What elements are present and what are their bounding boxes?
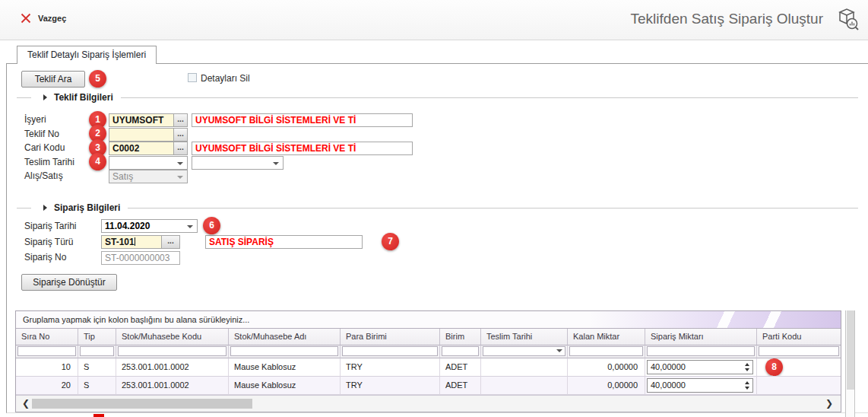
grid-group-panel[interactable]: Gruplama yapmak için kolon başlığını bu …: [16, 311, 841, 329]
alis-satis-combo: Satış: [109, 170, 188, 183]
column-header-stok-kodu[interactable]: Stok/Muhasebe Kodu: [116, 329, 229, 345]
cell-siparis-miktari: 40,00000: [645, 358, 757, 377]
teklif-ara-button[interactable]: Teklif Ara: [21, 71, 85, 88]
grid-row-2[interactable]: 20 S 253.001.001.0002 Mause Kablosuz TRY…: [16, 377, 841, 395]
annotation-badge-8: 8: [765, 358, 783, 376]
column-header-teslim-tarihi[interactable]: Teslim Tarihi: [481, 329, 568, 345]
cari-kodu-lookup-button[interactable]: ...: [173, 142, 188, 155]
dropdown-arrow-icon: [273, 162, 279, 165]
scroll-left-icon[interactable]: ❮: [22, 398, 30, 409]
filter-input-para-birimi[interactable]: [342, 346, 438, 356]
teslim-tarihi-combo-2[interactable]: [192, 156, 284, 170]
siparis-tarihi-combo[interactable]: 11.04.2020: [101, 219, 198, 233]
cell-kalan-miktar: 0,00000: [568, 358, 645, 377]
filter-combo-teslim-tarihi[interactable]: [483, 346, 565, 356]
cell-stok-adi: Mause Kablosuz: [229, 377, 341, 395]
cell-sira-no: 20: [16, 377, 78, 395]
siparis-turu-input[interactable]: ST-101 ...: [101, 235, 180, 249]
annotation-badge-5: 5: [89, 70, 106, 88]
app-window: Vazgeç Teklifden Satış Sipariş Oluştur T…: [0, 0, 868, 417]
filter-input-parti-kodu[interactable]: [759, 346, 839, 356]
siparis-no-label: Sipariş No: [24, 252, 66, 263]
annotation-badge-6: 6: [203, 217, 220, 234]
dropdown-arrow-icon: [556, 349, 562, 352]
teklif-no-input[interactable]: ...: [109, 128, 188, 142]
column-header-tip[interactable]: Tip: [78, 329, 116, 345]
siparis-miktari-spinner[interactable]: 40,00000: [647, 360, 753, 374]
scroll-right-icon[interactable]: ❯: [825, 398, 833, 409]
section-title: Sipariş Bilgileri: [54, 202, 120, 213]
group-panel-decoration: [590, 311, 841, 329]
cell-siparis-miktari: 40,00000: [645, 377, 757, 395]
filter-input-birim[interactable]: [442, 346, 479, 356]
isyeri-lookup-button[interactable]: ...: [173, 113, 188, 127]
alis-satis-label: Alış/Satış: [24, 170, 63, 181]
horizontal-scrollbar[interactable]: ❮ ❯: [16, 395, 841, 412]
filter-input-sira-no[interactable]: [17, 346, 76, 356]
filter-input-tip[interactable]: [80, 346, 114, 356]
cell-birim: ADET: [440, 377, 481, 395]
tab-teklif-detayli-siparis[interactable]: Teklif Detaylı Sipariş İşlemleri: [17, 46, 157, 64]
siparis-tarihi-label: Sipariş Tarihi: [24, 221, 76, 231]
cancel-button[interactable]: Vazgeç: [20, 12, 66, 24]
column-header-kalan-miktar[interactable]: Kalan Miktar: [568, 329, 645, 345]
cancel-label: Vazgeç: [38, 14, 66, 23]
cari-kodu-label: Cari Kodu: [24, 142, 65, 153]
column-header-parti-kodu[interactable]: Parti Kodu: [757, 329, 841, 345]
dropdown-arrow-icon: [187, 225, 193, 228]
column-header-para-birimi[interactable]: Para Birimi: [341, 329, 440, 345]
cari-kodu-input[interactable]: C0002 ...: [109, 142, 188, 155]
cell-parti-kodu: 8: [757, 358, 841, 377]
cell-teslim-tarihi: [481, 377, 568, 395]
isyeri-label: İşyeri: [24, 114, 46, 125]
cell-teslim-tarihi: [481, 358, 568, 377]
section-title: Teklif Bilgileri: [54, 92, 113, 103]
collapse-arrow-icon[interactable]: [43, 94, 47, 100]
filter-input-stok-kodu[interactable]: [118, 346, 227, 356]
dropdown-arrow-icon: [177, 176, 183, 179]
filter-input-kalan-miktar[interactable]: [569, 346, 643, 356]
teklif-bilgileri-section-header: Teklif Bilgileri: [17, 92, 858, 103]
cell-stok-kodu: 253.001.001.0002: [116, 358, 229, 377]
filter-input-stok-adi[interactable]: [230, 346, 338, 356]
text-caret: [135, 237, 135, 246]
column-header-birim[interactable]: Birim: [440, 329, 481, 345]
filter-input-siparis-miktari[interactable]: [647, 346, 755, 356]
annotation-badge-4: 4: [89, 153, 106, 170]
detaylari-sil-checkbox[interactable]: [188, 73, 197, 82]
close-icon: [20, 12, 32, 24]
vertical-scrollbar[interactable]: [845, 310, 855, 417]
spinner-arrows-icon[interactable]: [741, 381, 752, 390]
siparis-turu-description: SATIŞ SİPARİŞ: [205, 235, 363, 249]
cell-para-birimi: TRY: [341, 358, 440, 377]
siparise-donustur-button[interactable]: Siparişe Dönüştür: [21, 274, 117, 291]
teklif-no-lookup-button[interactable]: ...: [173, 128, 188, 142]
group-hint-text: Gruplama yapmak için kolon başlığını bu …: [23, 315, 249, 324]
column-header-sira-no[interactable]: Sıra No: [16, 329, 78, 345]
siparis-turu-label: Sipariş Türü: [24, 237, 73, 247]
top-toolbar: Vazgeç Teklifden Satış Sipariş Oluştur: [0, 0, 868, 40]
teslim-tarihi-combo-1[interactable]: [109, 156, 188, 170]
teslim-tarihi-label: Teslim Tarihi: [24, 157, 74, 167]
page-title: Teklifden Satış Sipariş Oluştur: [631, 11, 823, 27]
siparis-turu-lookup-button[interactable]: ...: [161, 235, 180, 249]
dropdown-arrow-icon: [177, 162, 183, 165]
cell-tip: S: [78, 358, 116, 377]
spinner-arrows-icon[interactable]: [741, 363, 752, 371]
vertical-scroll-thumb[interactable]: [847, 310, 854, 390]
teklif-no-label: Teklif No: [24, 129, 59, 139]
grid-header-row: Sıra No Tip Stok/Muhasebe Kodu Stok/Muha…: [16, 329, 841, 345]
grid-row-1[interactable]: 10 S 253.001.001.0002 Mause Kablosuz TRY…: [16, 358, 841, 377]
order-lines-grid: Gruplama yapmak için kolon başlığını bu …: [15, 310, 841, 412]
cube-search-icon: [832, 6, 860, 32]
siparis-miktari-spinner[interactable]: 40,00000: [647, 378, 753, 393]
cell-birim: ADET: [440, 358, 481, 377]
cell-para-birimi: TRY: [341, 377, 440, 395]
horizontal-scroll-thumb[interactable]: [32, 399, 252, 409]
collapse-arrow-icon[interactable]: [43, 205, 47, 211]
column-header-siparis-miktari[interactable]: Sipariş Miktarı: [645, 329, 757, 345]
column-header-stok-adi[interactable]: Stok/Muhasebe Adı: [229, 329, 341, 345]
cell-kalan-miktar: 0,00000: [568, 377, 645, 395]
isyeri-input[interactable]: UYUMSOFT ...: [109, 113, 188, 127]
cell-tip: S: [78, 377, 116, 395]
